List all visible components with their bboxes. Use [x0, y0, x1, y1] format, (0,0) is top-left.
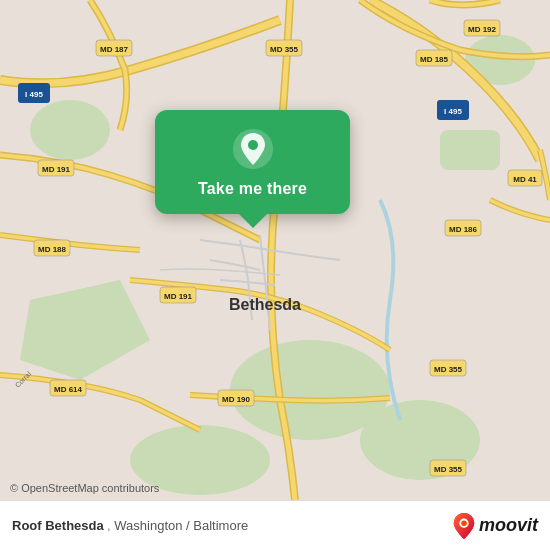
svg-text:MD 41: MD 41 — [513, 175, 537, 184]
map-popup[interactable]: Take me there — [155, 110, 350, 214]
svg-text:MD 192: MD 192 — [468, 25, 497, 34]
popup-label: Take me there — [198, 180, 307, 198]
moovit-pin-icon — [453, 513, 475, 539]
svg-text:MD 187: MD 187 — [100, 45, 129, 54]
svg-text:MD 191: MD 191 — [164, 292, 193, 301]
svg-text:MD 355: MD 355 — [434, 465, 463, 474]
svg-text:MD 185: MD 185 — [420, 55, 449, 64]
location-title: Roof Bethesda — [12, 518, 104, 533]
svg-point-5 — [30, 100, 110, 160]
moovit-brand-name: moovit — [479, 515, 538, 536]
svg-text:I 495: I 495 — [444, 107, 462, 116]
osm-credit: © OpenStreetMap contributors — [10, 482, 159, 494]
moovit-logo: moovit — [453, 513, 538, 539]
footer-text: Roof Bethesda , Washington / Baltimore — [12, 518, 453, 533]
svg-text:MD 614: MD 614 — [54, 385, 83, 394]
svg-text:MD 355: MD 355 — [434, 365, 463, 374]
svg-text:MD 190: MD 190 — [222, 395, 251, 404]
location-pin-icon — [232, 128, 274, 170]
svg-point-41 — [248, 140, 258, 150]
map-background: I 495 MD 192 MD 187 MD 355 MD 185 I 495 … — [0, 0, 550, 500]
footer-bar: Roof Bethesda , Washington / Baltimore m… — [0, 500, 550, 550]
svg-point-43 — [461, 520, 467, 526]
osm-credit-text: © OpenStreetMap contributors — [10, 482, 159, 494]
svg-text:Bethesda: Bethesda — [229, 296, 301, 313]
svg-text:MD 191: MD 191 — [42, 165, 71, 174]
svg-text:MD 188: MD 188 — [38, 245, 67, 254]
svg-rect-7 — [440, 130, 500, 170]
svg-text:MD 186: MD 186 — [449, 225, 478, 234]
map-container: I 495 MD 192 MD 187 MD 355 MD 185 I 495 … — [0, 0, 550, 500]
location-region: Washington / Baltimore — [114, 518, 248, 533]
svg-text:I 495: I 495 — [25, 90, 43, 99]
svg-text:MD 355: MD 355 — [270, 45, 299, 54]
